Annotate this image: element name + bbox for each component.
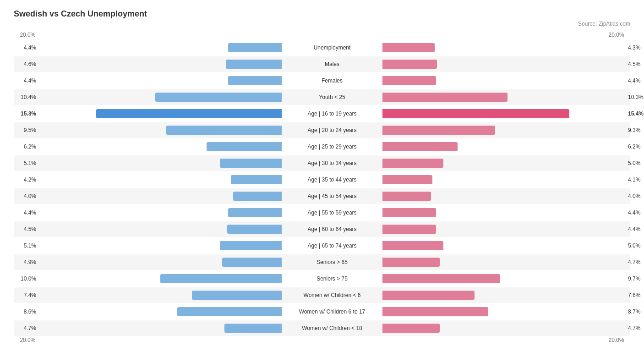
right-value: 4.5% — [625, 61, 644, 67]
left-bar-container — [39, 291, 282, 300]
right-value: 10.3% — [625, 94, 644, 100]
right-value: 4.7% — [625, 259, 644, 265]
row-label: Age | 16 to 19 years — [282, 110, 382, 117]
left-bar — [228, 208, 282, 217]
row-label: Age | 25 to 29 years — [282, 143, 382, 150]
left-bar-container — [39, 126, 282, 135]
chart-row: 5.1% Age | 65 to 74 years 5.0% — [14, 238, 630, 253]
chart-row: 15.3% Age | 16 to 19 years 15.4% — [14, 106, 630, 121]
right-bar — [382, 208, 436, 217]
right-bar — [382, 109, 569, 118]
right-bar-container — [382, 258, 625, 267]
right-bar-container — [382, 142, 625, 151]
chart-row: 6.2% Age | 25 to 29 years 6.2% — [14, 139, 630, 154]
left-value: 6.2% — [14, 143, 39, 150]
right-bar-container — [382, 307, 625, 316]
axis-top-right: 20.0% — [606, 32, 630, 38]
left-bar-container — [39, 208, 282, 217]
axis-bottom-right: 20.0% — [606, 337, 630, 343]
row-label: Age | 30 to 34 years — [282, 160, 382, 166]
right-value: 9.3% — [625, 127, 644, 133]
axis-top-left: 20.0% — [14, 32, 38, 38]
left-value: 4.4% — [14, 44, 39, 51]
left-bar-container — [39, 93, 282, 102]
row-label: Age | 60 to 64 years — [282, 226, 382, 232]
chart-row: 4.4% Unemployment 4.3% — [14, 40, 630, 55]
right-bar-container — [382, 93, 625, 102]
row-label: Youth < 25 — [282, 94, 382, 100]
right-value: 4.3% — [625, 44, 644, 51]
left-value: 4.2% — [14, 176, 39, 183]
left-bar-container — [39, 324, 282, 333]
chart-row: 4.4% Age | 55 to 59 years 4.4% — [14, 205, 630, 220]
left-bar — [228, 43, 282, 52]
row-label: Women w/ Children < 6 — [282, 292, 382, 298]
axis-top: 20.0% 20.0% — [14, 32, 630, 38]
left-value: 4.4% — [14, 77, 39, 84]
right-bar-container — [382, 126, 625, 135]
left-value: 4.9% — [14, 259, 39, 265]
right-bar-container — [382, 324, 625, 333]
left-bar-container — [39, 307, 282, 316]
row-label: Seniors > 75 — [282, 275, 382, 282]
right-bar — [382, 175, 432, 184]
source-label: Source: ZipAtlas.com — [14, 21, 630, 27]
left-bar — [228, 76, 282, 85]
row-label: Age | 55 to 59 years — [282, 209, 382, 216]
row-label: Age | 20 to 24 years — [282, 127, 382, 133]
right-bar-container — [382, 274, 625, 283]
right-value: 5.0% — [625, 160, 644, 166]
axis-bottom: 20.0% 20.0% — [14, 337, 630, 343]
chart-row: 8.6% Women w/ Children 6 to 17 8.7% — [14, 304, 630, 319]
left-bar-container — [39, 258, 282, 267]
left-bar-container — [39, 76, 282, 85]
left-value: 10.0% — [14, 275, 39, 282]
row-label: Age | 35 to 44 years — [282, 176, 382, 183]
left-bar-container — [39, 192, 282, 201]
chart-title: Swedish vs Czech Unemployment — [14, 9, 630, 19]
left-bar — [224, 324, 282, 333]
right-value: 4.4% — [625, 226, 644, 232]
left-bar — [207, 142, 282, 151]
right-bar-container — [382, 241, 625, 250]
right-bar — [382, 159, 443, 168]
left-bar — [96, 109, 282, 118]
row-label: Males — [282, 61, 382, 67]
right-bar — [382, 291, 475, 300]
left-value: 4.0% — [14, 193, 39, 199]
right-bar — [382, 93, 508, 102]
chart-row: 10.4% Youth < 25 10.3% — [14, 89, 630, 105]
right-value: 6.2% — [625, 143, 644, 150]
right-value: 5.0% — [625, 242, 644, 249]
left-value: 8.6% — [14, 308, 39, 315]
chart-row: 9.5% Age | 20 to 24 years 9.3% — [14, 122, 630, 138]
left-value: 9.5% — [14, 127, 39, 133]
right-value: 8.7% — [625, 308, 644, 315]
right-value: 4.7% — [625, 325, 644, 331]
left-value: 4.7% — [14, 325, 39, 331]
right-bar — [382, 225, 436, 234]
left-bar — [233, 192, 282, 201]
right-value: 4.0% — [625, 193, 644, 199]
chart-container: 20.0% 20.0% 4.4% Unemployment 4.3% 4.6% … — [14, 32, 630, 343]
right-bar-container — [382, 43, 625, 52]
right-bar — [382, 142, 458, 151]
left-bar-container — [39, 43, 282, 52]
right-bar — [382, 241, 443, 250]
chart-row: 4.5% Age | 60 to 64 years 4.4% — [14, 221, 630, 237]
left-value: 4.6% — [14, 61, 39, 67]
chart-row: 10.0% Seniors > 75 9.7% — [14, 271, 630, 286]
left-bar-container — [39, 175, 282, 184]
left-bar-container — [39, 109, 282, 118]
right-value: 4.4% — [625, 209, 644, 216]
left-value: 4.5% — [14, 226, 39, 232]
row-label: Unemployment — [282, 44, 382, 51]
left-bar — [222, 258, 282, 267]
right-bar — [382, 43, 435, 52]
left-bar — [166, 126, 282, 135]
right-value: 4.1% — [625, 176, 644, 183]
right-bar-container — [382, 208, 625, 217]
right-bar — [382, 258, 440, 267]
row-label: Females — [282, 77, 382, 84]
left-bar-container — [39, 241, 282, 250]
